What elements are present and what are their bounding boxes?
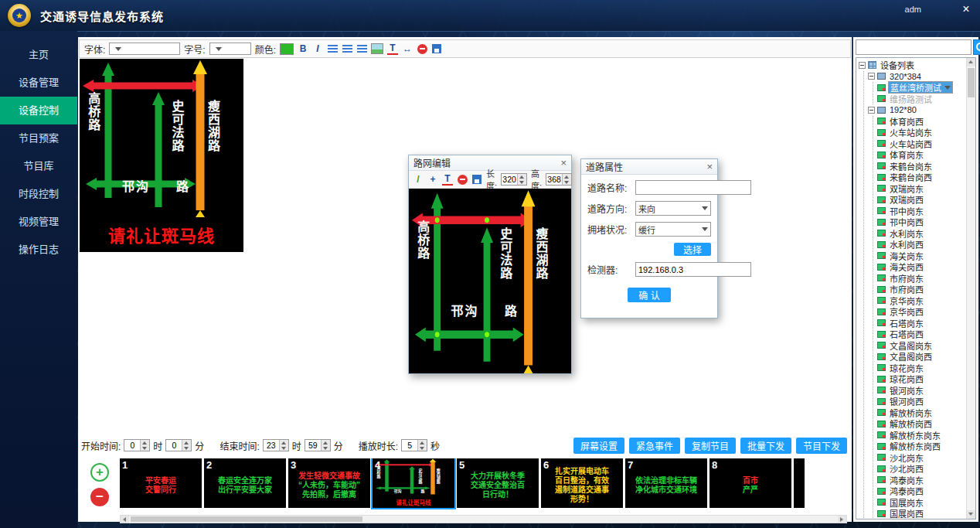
tree-device-item[interactable]: 文昌阁岗东: [877, 340, 965, 352]
tree-device-item[interactable]: 市府岗西: [877, 284, 965, 295]
tree-device-item[interactable]: 体育岗西: [877, 116, 965, 128]
height-input[interactable]: [546, 174, 562, 185]
spinner-down-icon[interactable]: [182, 445, 191, 451]
tree-root[interactable]: 设备列表: [859, 60, 965, 71]
spinner-up-icon[interactable]: [563, 174, 571, 179]
tree-device-item[interactable]: 水利岗东: [877, 228, 965, 240]
text-tool-icon[interactable]: T: [442, 174, 453, 186]
tree-device-item[interactable]: 鸿泰岗西: [877, 485, 965, 497]
led-preview-canvas[interactable]: 高桥路 史可法路 瘦西湖路 邗沟 路 请礼让斑马线: [80, 59, 243, 252]
tree-device-item[interactable]: 市府岗东: [877, 273, 965, 284]
program-thumbnail[interactable]: 3 发生轻微交通事故 “人未伤，车能动” 先拍照，后撤离: [288, 458, 370, 508]
delete-icon[interactable]: [458, 175, 468, 185]
color-swatch[interactable]: [280, 43, 294, 55]
collapse-icon[interactable]: [868, 73, 875, 80]
tree-device-item[interactable]: 解放桥岗东: [877, 407, 965, 419]
tree-device-item[interactable]: 石塔岗东: [877, 318, 965, 329]
draw-line-icon[interactable]: /: [413, 174, 424, 186]
tree-device-item[interactable]: 琼花岗西: [877, 373, 965, 385]
save-icon[interactable]: [472, 175, 481, 184]
tree-device-item[interactable]: 蓝丝湾桥测试: [877, 82, 965, 94]
end-minute-stepper[interactable]: [305, 439, 331, 451]
start-minute-stepper[interactable]: [165, 439, 192, 451]
device-search-input[interactable]: [856, 39, 971, 55]
tree-device-item[interactable]: 海关岗西: [877, 261, 965, 273]
spinner-up-icon[interactable]: [322, 440, 330, 445]
tree-device-item[interactable]: 火车站岗西: [877, 138, 965, 150]
font-select[interactable]: [109, 43, 180, 55]
tree-device-item[interactable]: 体育岗东: [877, 149, 965, 161]
tree-device-item[interactable]: 海关岗东: [877, 250, 965, 262]
sidebar-menu-item[interactable]: 设备控制: [0, 97, 77, 124]
text-tool-icon[interactable]: T: [387, 43, 398, 55]
confirm-button[interactable]: 确 认: [628, 288, 670, 302]
playback-action-button[interactable]: 节目下发: [796, 438, 847, 454]
align-right-icon[interactable]: [357, 45, 367, 53]
scroll-left-icon[interactable]: [121, 516, 129, 523]
tree-device-item[interactable]: 国展岗东: [877, 497, 965, 509]
tree-device-item[interactable]: 双瑞岗西: [877, 194, 965, 206]
spinner-up-icon[interactable]: [280, 440, 288, 445]
scroll-up-icon[interactable]: [967, 58, 975, 66]
scrollbar-thumb[interactable]: [131, 516, 362, 522]
scroll-down-icon[interactable]: [967, 510, 975, 519]
sidebar-menu-item[interactable]: 操作日志: [0, 236, 77, 264]
program-thumbnail-selected[interactable]: 4 高: [373, 458, 454, 508]
program-thumbnail[interactable]: 5 大力开展秋冬季 交通安全整治百 日行动！: [457, 458, 539, 508]
tree-device-item[interactable]: 银河岗西: [877, 396, 965, 407]
tree-device-item[interactable]: 解放桥东岗东: [877, 430, 965, 441]
dialog-title-bar[interactable]: 道路属性 ×: [581, 159, 717, 175]
spinner-up-icon[interactable]: [418, 440, 427, 445]
playback-action-button[interactable]: 批量下发: [740, 438, 791, 454]
tree-device-item[interactable]: 鸿泰岗东: [877, 475, 965, 486]
delete-icon[interactable]: [417, 44, 427, 54]
move-tool-icon[interactable]: +: [427, 174, 438, 186]
tree-device-item[interactable]: 双瑞岗东: [877, 183, 965, 195]
spinner-down-icon[interactable]: [518, 179, 526, 185]
program-thumbnail[interactable]: 7 依法治理非标车辆 净化城市交通环境: [625, 458, 707, 508]
tree-device-item[interactable]: 邗中岗西: [877, 216, 965, 228]
detector-input[interactable]: [635, 262, 751, 277]
spinner-down-icon[interactable]: [141, 445, 149, 451]
road-name-input[interactable]: [635, 180, 751, 195]
spinner-up-icon[interactable]: [182, 440, 191, 445]
spinner-down-icon[interactable]: [322, 445, 330, 451]
tree-device-item[interactable]: 来鹤台岗东: [877, 161, 965, 172]
tree-device-item[interactable]: 沙北岗东: [877, 452, 965, 464]
current-user[interactable]: adm: [905, 5, 921, 14]
collapse-icon[interactable]: [868, 107, 875, 114]
bold-icon[interactable]: B: [298, 43, 308, 55]
insert-image-icon[interactable]: [371, 43, 383, 54]
tree-device-item[interactable]: 沙北岗西: [877, 463, 965, 475]
tree-device-item[interactable]: 维扬路测试: [877, 94, 965, 105]
program-thumbnail[interactable]: 6 扎实开展电动车 百日整治，有效 遏制道路交通事 形势！: [541, 458, 623, 508]
congestion-select[interactable]: 缓行: [635, 222, 711, 237]
sidebar-menu-item[interactable]: 设备管理: [0, 69, 77, 97]
tree-device-item[interactable]: 解放桥岗西: [877, 418, 965, 430]
duration-input[interactable]: [402, 440, 417, 451]
tree-device-item[interactable]: 琼花岗东: [877, 363, 965, 374]
spinner-up-icon[interactable]: [141, 440, 149, 445]
sidebar-menu-item[interactable]: 主页: [0, 41, 77, 69]
italic-icon[interactable]: I: [312, 43, 323, 55]
close-icon[interactable]: ×: [560, 158, 567, 168]
add-program-button[interactable]: [90, 463, 109, 482]
program-thumbnail[interactable]: [794, 458, 805, 508]
tree-scrollbar[interactable]: [966, 58, 975, 519]
playback-action-button[interactable]: 复制节目: [685, 438, 736, 454]
tree-device-item[interactable]: 解放桥东岗西: [877, 441, 965, 452]
search-button[interactable]: [973, 39, 980, 55]
tree-group-320x384[interactable]: 320*384: [868, 71, 965, 83]
duration-stepper[interactable]: [401, 439, 427, 451]
close-icon[interactable]: ×: [706, 162, 713, 172]
close-icon[interactable]: ×: [960, 3, 972, 15]
end-minute-input[interactable]: [305, 440, 321, 451]
save-icon[interactable]: [432, 44, 441, 53]
tree-device-item[interactable]: 银河岗东: [877, 385, 965, 397]
spinner-down-icon[interactable]: [280, 445, 288, 451]
spinner-up-icon[interactable]: [518, 174, 526, 179]
spinner-down-icon[interactable]: [563, 179, 571, 185]
tree-group-192x80[interactable]: 192*80: [868, 104, 965, 116]
sidebar-menu-item[interactable]: 时段控制: [0, 180, 77, 208]
program-thumbnail[interactable]: 1 平安春运 交警同行: [120, 458, 202, 508]
